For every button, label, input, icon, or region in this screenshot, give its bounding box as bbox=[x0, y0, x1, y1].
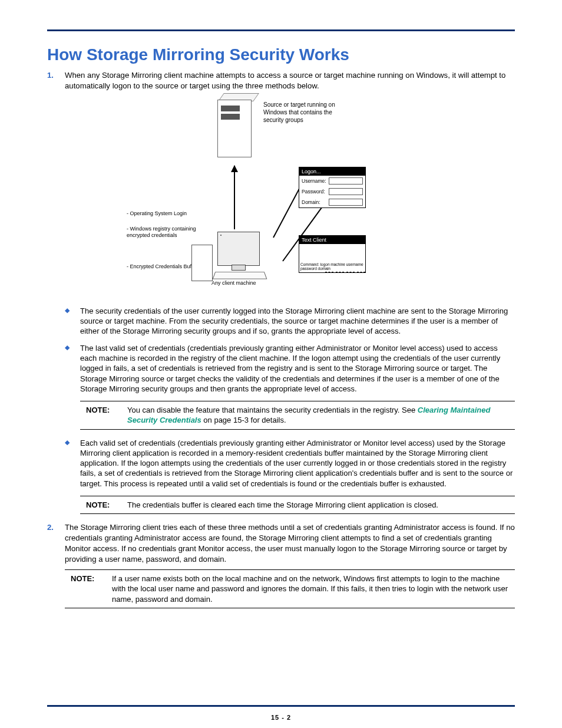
note-1-text: You can disable the feature that maintai… bbox=[127, 405, 509, 426]
page: How Storage Mirroring Security Works 1. … bbox=[0, 0, 562, 728]
bullet-1: The security credentials of the user cur… bbox=[65, 306, 515, 336]
username-label: Username: bbox=[302, 178, 329, 184]
note-3: NOTE: If a user name exists both on the … bbox=[65, 569, 515, 609]
logon-title: Logon... bbox=[299, 167, 365, 176]
domain-field[interactable] bbox=[329, 199, 363, 206]
method-a: - Operating System Login bbox=[127, 210, 187, 218]
bullet-list: The security credentials of the user cur… bbox=[65, 306, 515, 394]
bullet-3: Each valid set of credentials (credentia… bbox=[65, 438, 515, 489]
rule-bottom bbox=[47, 705, 515, 707]
step-1: 1. When any Storage Mirroring client mac… bbox=[47, 70, 515, 91]
client-caption: Any client machine bbox=[211, 280, 256, 287]
ordered-list: 1. When any Storage Mirroring client mac… bbox=[47, 70, 515, 91]
step-1-number: 1. bbox=[47, 70, 54, 81]
server-caption: Source or target running on Windows that… bbox=[263, 101, 352, 124]
step-1-text: When any Storage Mirroring client machin… bbox=[65, 71, 505, 90]
note-2: NOTE: The credentials buffer is cleared … bbox=[80, 496, 515, 515]
method-b: - Windows registry containing encrypted … bbox=[127, 226, 203, 239]
password-label: Password: bbox=[302, 189, 329, 195]
note-3-text: If a user name exists both on the local … bbox=[112, 574, 509, 605]
note-label: NOTE: bbox=[86, 405, 127, 426]
password-field[interactable] bbox=[329, 188, 363, 195]
page-title: How Storage Mirroring Security Works bbox=[47, 45, 515, 64]
bullet-list-2: Each valid set of credentials (credentia… bbox=[65, 438, 515, 489]
note-label: NOTE: bbox=[71, 574, 112, 605]
ordered-list-2: 2. The Storage Mirroring client tries ea… bbox=[47, 522, 515, 564]
arrow-up bbox=[234, 166, 235, 229]
text-client-dialog: Text Client Command: logon machine usern… bbox=[299, 235, 366, 273]
note-1: NOTE: You can disable the feature that m… bbox=[80, 401, 515, 430]
page-number: 15 - 2 bbox=[0, 714, 562, 721]
security-diagram: Source or target running on Windows that… bbox=[122, 97, 440, 298]
logon-dialog: Logon... Username: Password: Domain: bbox=[299, 167, 366, 208]
step-2: 2. The Storage Mirroring client tries ea… bbox=[47, 522, 515, 564]
username-field[interactable] bbox=[329, 177, 363, 185]
text-client-command: Command: logon machine username password… bbox=[300, 262, 364, 271]
text-client-title: Text Client bbox=[299, 236, 365, 244]
domain-label: Domain: bbox=[302, 199, 329, 205]
step-2-number: 2. bbox=[47, 522, 54, 533]
server-icon bbox=[217, 100, 252, 157]
step-2-text: The Storage Mirroring client tries each … bbox=[65, 523, 515, 563]
bullet-2: The last valid set of credentials (crede… bbox=[65, 343, 515, 394]
note-label: NOTE: bbox=[86, 500, 127, 510]
rule-top bbox=[47, 29, 515, 31]
note-2-text: The credentials buffer is cleared each t… bbox=[127, 500, 509, 510]
